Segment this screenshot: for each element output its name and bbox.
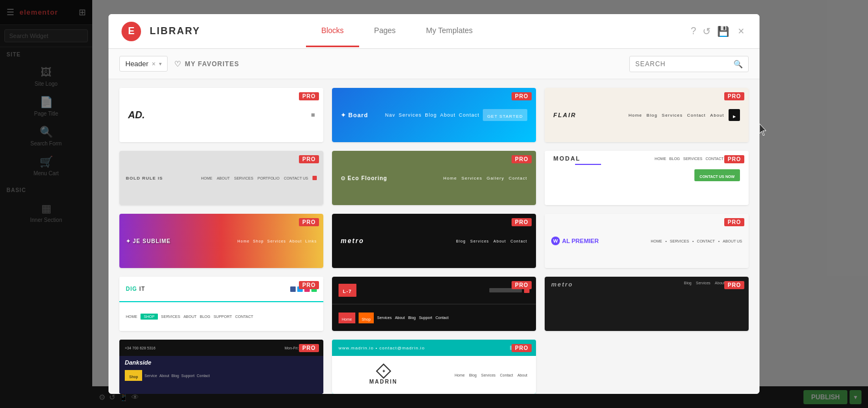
template-card-metro-bottom[interactable]: metro Blog Services About Contact PRO: [545, 277, 749, 331]
template-card-armond[interactable]: L-7 Home Shop Services: [332, 277, 536, 331]
refresh-icon[interactable]: ↺: [703, 25, 711, 37]
pro-badge-11: PRO: [512, 281, 532, 289]
template-card-metro[interactable]: metro Blog Services About Contact PRO: [332, 214, 536, 268]
pro-badge-2: PRO: [512, 92, 532, 100]
pro-badge-7: PRO: [299, 218, 319, 226]
search-input[interactable]: [635, 60, 730, 68]
filter-dropdown[interactable]: Header × ▾: [119, 56, 168, 72]
pro-badge-5: PRO: [512, 155, 532, 163]
template-card-dankside[interactable]: +34 700 628 5316 Mon-Fri: 8:00 - 9:00 Da…: [119, 340, 323, 394]
template-preview-modal: MODAL HOME BLOG SERVICES CONTACT ABOUT: [545, 151, 749, 205]
template-preview-dig: DIG IT HOME: [119, 277, 323, 331]
filter-arrow-icon: ▾: [159, 61, 162, 67]
template-card-beige[interactable]: FLAIR Home Blog Services Contact About ▶: [545, 88, 749, 142]
pro-badge: PRO: [299, 92, 319, 100]
tab-my-templates[interactable]: My Templates: [411, 15, 488, 47]
template-card-colorful[interactable]: ✦ JE SUBLIME Home Shop Services About Li…: [119, 214, 323, 268]
template-preview-dankside: +34 700 628 5316 Mon-Fri: 8:00 - 9:00 Da…: [119, 340, 323, 394]
library-title: LIBRARY: [150, 25, 200, 37]
modal-tabs: Blocks Pages My Templates: [306, 15, 488, 47]
pro-badge-12: PRO: [724, 281, 744, 289]
template-card-num2[interactable]: W AL PREMIER HOME • SERVICES • CONTACT •: [545, 214, 749, 268]
template-preview-madrin: www.madrin.io • contact@madrin.io: [332, 340, 536, 394]
search-box[interactable]: 🔍: [629, 56, 749, 72]
templates-grid: AD. PRO ✦ Board Nav Services: [119, 88, 749, 394]
template-preview-nav: BOLD RULE IS HOME ABOUT SERVICES PORTFOL…: [119, 151, 323, 205]
help-icon[interactable]: ?: [691, 25, 696, 37]
pro-badge-14: PRO: [512, 344, 532, 352]
pro-badge-13: PRO: [299, 344, 319, 352]
template-preview-ad: AD.: [119, 88, 323, 142]
pro-badge-4: PRO: [299, 155, 319, 163]
heart-icon: ♡: [174, 60, 182, 68]
template-preview-colorful: ✦ JE SUBLIME Home Shop Services About Li…: [119, 214, 323, 268]
template-preview-blue: ✦ Board Nav Services Blog About Contact …: [332, 88, 536, 142]
template-preview-olive: ⊙ Eco Flooring Home Services Gallery Con…: [332, 151, 536, 205]
template-card-olive[interactable]: ⊙ Eco Flooring Home Services Gallery Con…: [332, 151, 536, 205]
modal-content[interactable]: AD. PRO ✦ Board Nav Services: [108, 79, 760, 394]
template-preview-armond: L-7 Home Shop Services: [332, 277, 536, 331]
modal-close-button[interactable]: ×: [736, 23, 746, 40]
template-card-nav[interactable]: BOLD RULE IS HOME ABOUT SERVICES PORTFOL…: [119, 151, 323, 205]
tab-blocks[interactable]: Blocks: [306, 15, 359, 47]
favorites-button[interactable]: ♡ MY FAVORITES: [174, 60, 239, 68]
pro-badge-8: PRO: [512, 218, 532, 226]
template-card-ad[interactable]: AD. PRO: [119, 88, 323, 142]
modal-header-actions: ? ↺ 💾 ×: [691, 23, 746, 40]
template-card-dig[interactable]: DIG IT HOME: [119, 277, 323, 331]
template-preview-metro: metro Blog Services About Contact: [332, 214, 536, 268]
save-icon[interactable]: 💾: [717, 25, 729, 37]
filter-clear-icon[interactable]: ×: [152, 60, 156, 68]
template-card-madrin[interactable]: www.madrin.io • contact@madrin.io: [332, 340, 536, 394]
favorites-label: MY FAVORITES: [185, 60, 239, 68]
search-icon: 🔍: [733, 60, 743, 68]
modal-header: E LIBRARY Blocks Pages My Templates ? ↺ …: [108, 14, 760, 49]
pro-badge-6: PRO: [724, 155, 744, 163]
modal-toolbar: Header × ▾ ♡ MY FAVORITES 🔍: [108, 49, 760, 79]
template-preview-metro-bottom: metro Blog Services About Contact: [545, 277, 749, 331]
library-logo: E: [122, 22, 141, 41]
library-modal: E LIBRARY Blocks Pages My Templates ? ↺ …: [108, 14, 760, 394]
pro-badge-9: PRO: [724, 218, 744, 226]
template-card-blue[interactable]: ✦ Board Nav Services Blog About Contact …: [332, 88, 536, 142]
template-preview-num2: W AL PREMIER HOME • SERVICES • CONTACT •: [545, 214, 749, 268]
template-card-modal[interactable]: MODAL HOME BLOG SERVICES CONTACT ABOUT: [545, 151, 749, 205]
modal-overlay: E LIBRARY Blocks Pages My Templates ? ↺ …: [0, 0, 868, 408]
template-preview-beige: FLAIR Home Blog Services Contact About ▶: [545, 88, 749, 142]
filter-value: Header: [125, 60, 149, 68]
pro-badge-10: PRO: [299, 281, 319, 289]
pro-badge-3: PRO: [724, 92, 744, 100]
tab-pages[interactable]: Pages: [359, 15, 411, 47]
